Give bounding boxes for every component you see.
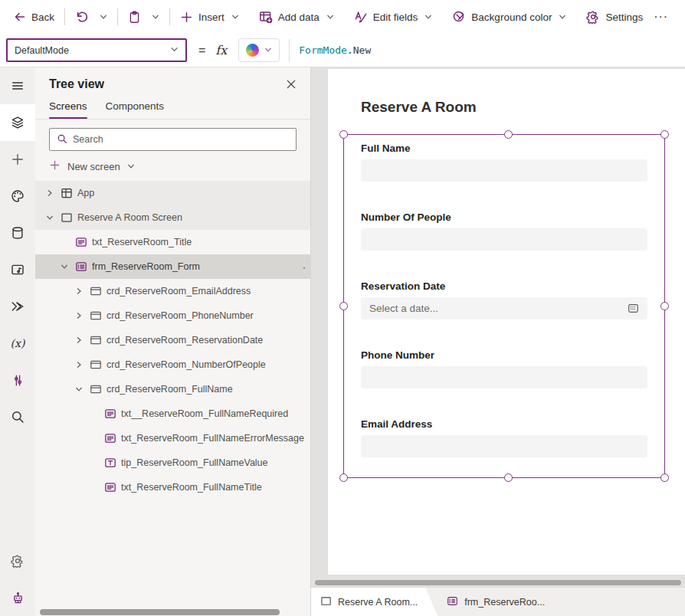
card-icon	[89, 310, 103, 322]
undo-icon	[75, 10, 89, 24]
property-selector-dropdown[interactable]: DefaultMode	[6, 38, 187, 62]
item-overflow-button[interactable]: ·	[303, 261, 310, 273]
rail-item-settings[interactable]	[0, 542, 35, 579]
chevron-down-icon	[326, 13, 334, 21]
rail-item-media[interactable]	[0, 251, 35, 288]
fx-label: fx	[215, 43, 227, 57]
paste-menu-button[interactable]	[146, 5, 164, 29]
rail-item-search[interactable]	[0, 398, 35, 435]
field-input[interactable]	[361, 228, 647, 251]
chevron-down-icon[interactable]	[43, 214, 56, 221]
field-label: Reservation Date	[361, 280, 647, 292]
tree-item[interactable]: crd_ReserveRoom_FullName	[35, 377, 310, 401]
tree-item[interactable]: crd_ReserveRoom_PhoneNumber	[35, 303, 310, 328]
rail-item-insert[interactable]	[0, 141, 35, 178]
chevron-down-icon	[264, 44, 272, 56]
rail-item-virtual-agent[interactable]	[0, 579, 35, 616]
label-icon	[103, 408, 117, 420]
chevron-right-icon[interactable]	[43, 189, 56, 197]
media-icon	[11, 263, 25, 277]
close-icon[interactable]	[286, 79, 297, 90]
undo-button[interactable]	[70, 5, 93, 29]
tree-item[interactable]: Reserve A Room Screen	[35, 205, 310, 230]
chevron-right-icon[interactable]	[72, 287, 85, 295]
chevron-right-icon[interactable]	[72, 336, 85, 344]
selection-handle[interactable]	[660, 130, 669, 139]
field-input[interactable]	[361, 159, 647, 182]
selection-handle[interactable]	[339, 302, 348, 310]
top-toolbar: Back Insert	[0, 0, 685, 34]
back-button[interactable]: Back	[9, 5, 59, 29]
screen-artboard[interactable]: Reserve A Room Full NameNumber Of People…	[328, 69, 685, 575]
tree-item[interactable]: crd_ReserveRoom_ReservationDate	[35, 328, 310, 352]
rail-item-advanced-tools[interactable]	[0, 362, 35, 398]
chevron-down-icon[interactable]	[72, 385, 85, 393]
rail-item-menu[interactable]	[0, 67, 35, 104]
selection-handle[interactable]	[660, 473, 669, 482]
rail-bottom-items	[0, 542, 35, 616]
screen-title-text[interactable]: Reserve A Room	[361, 99, 477, 116]
formula-token-dot: .	[347, 44, 353, 56]
calendar-icon[interactable]	[628, 303, 639, 314]
selection-handle[interactable]	[339, 473, 348, 482]
insert-button[interactable]: Insert	[175, 5, 244, 29]
breadcrumb-form-item[interactable]: frm_ReserveRoo...	[438, 588, 554, 616]
rail-item-power-automate[interactable]	[0, 288, 35, 325]
background-color-button[interactable]: Background color	[447, 5, 571, 29]
chevron-right-icon[interactable]	[72, 361, 85, 369]
power-apps-studio: Back Insert	[0, 0, 685, 616]
tree-item-label: tip_ReserveRoom_FullNameValue	[121, 457, 268, 468]
rail-item-variables[interactable]: (x)	[0, 325, 35, 362]
app-icon	[60, 187, 74, 199]
tree-items: AppReserve A Room Screentxt_ReserveRoom_…	[35, 181, 310, 500]
field-input[interactable]	[361, 435, 647, 457]
settings-button[interactable]: Settings	[582, 5, 647, 29]
tree-item[interactable]: crd_ReserveRoom_NumberOfPeople	[35, 352, 310, 377]
tree-item[interactable]: tip_ReserveRoom_FullNameValue	[35, 451, 310, 475]
field-input[interactable]	[361, 366, 647, 388]
tree-item[interactable]: crd_ReserveRoom_EmailAddress	[35, 279, 310, 303]
canvas-scrollbar-thumb[interactable]	[315, 580, 681, 585]
tree-item[interactable]: txt_ReserveRoom_FullNameTitle	[35, 475, 310, 500]
breadcrumb-screen-item[interactable]: Reserve A Room...	[311, 588, 438, 616]
tree-item[interactable]: txt_ReserveRoom_Title	[35, 230, 310, 254]
tree-item[interactable]: txt_ReserveRoom_FullNameErrorMessage	[35, 426, 310, 451]
tab-screens[interactable]: Screens	[49, 100, 87, 119]
selection-handle[interactable]	[504, 130, 513, 139]
edit-fields-button[interactable]: Edit fields	[349, 5, 438, 29]
formula-input[interactable]: FormMode.New	[299, 44, 371, 56]
canvas-area: Reserve A Room Full NameNumber Of People…	[311, 67, 685, 616]
undo-menu-button[interactable]	[93, 5, 112, 29]
new-screen-button[interactable]: New screen	[35, 151, 310, 181]
paste-button[interactable]	[123, 5, 146, 29]
rail-item-design-palette[interactable]	[0, 178, 35, 215]
selection-handle[interactable]	[339, 130, 348, 139]
plus-icon	[49, 159, 61, 173]
edit-fields-icon	[354, 10, 368, 24]
form-field-card: Number Of People	[361, 211, 647, 280]
rail-item-data[interactable]	[0, 215, 35, 251]
gear-icon	[586, 10, 600, 24]
tree-item[interactable]: txt__ReserveRoom_FullNameRequired	[35, 401, 310, 426]
toolbar-overflow-button[interactable]: ···	[647, 10, 674, 24]
rail-item-tree-view[interactable]	[0, 104, 35, 141]
selection-handle[interactable]	[504, 473, 513, 482]
chevron-down-icon[interactable]	[57, 263, 70, 270]
tab-components[interactable]: Components	[106, 100, 165, 119]
chevron-right-icon[interactable]	[72, 312, 85, 319]
card-icon	[89, 334, 103, 346]
property-selected-value: DefaultMode	[15, 45, 69, 56]
tree-item[interactable]: frm_ReserveRoom_Form·	[35, 254, 310, 279]
form-field-card: Reservation DateSelect a date...	[361, 280, 647, 349]
add-data-button[interactable]: Add data	[254, 5, 339, 29]
tree-horizontal-scrollbar[interactable]	[40, 609, 280, 615]
selection-handle[interactable]	[660, 302, 669, 310]
insert-label: Insert	[198, 11, 225, 23]
field-input[interactable]: Select a date...	[361, 297, 647, 319]
search-input[interactable]: Search	[49, 128, 297, 151]
label-icon	[74, 236, 88, 248]
tree-item-label: txt_ReserveRoom_FullNameTitle	[121, 482, 262, 493]
copilot-button[interactable]	[238, 38, 280, 62]
field-label: Phone Number	[361, 349, 647, 361]
tree-item[interactable]: App	[35, 181, 310, 205]
